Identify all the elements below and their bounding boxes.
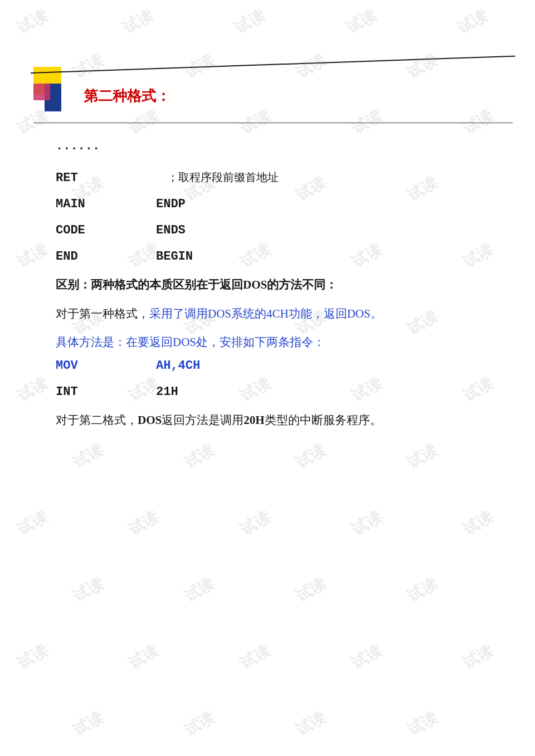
- diagonal-line: [31, 56, 515, 74]
- mov-line: MOV AH,4CH: [56, 359, 502, 373]
- end-keyword: END: [56, 250, 123, 264]
- code-ends-line: CODE ENDS: [56, 223, 502, 237]
- para2-middle: 返回方法是调用: [162, 413, 244, 427]
- int-operand: 21H: [156, 385, 178, 399]
- dos-bold: DOS: [138, 413, 162, 427]
- dots-line: ......: [56, 139, 502, 153]
- section-title: 第二种格式：: [84, 86, 171, 106]
- para1-line1: 对于第一种格式，采用了调用DOS系统的4CH功能，返回DOS。: [56, 305, 502, 324]
- h-line-bottom: [33, 123, 513, 123]
- end-begin-line: END BEGIN: [56, 250, 502, 264]
- ends-operand: ENDS: [156, 223, 186, 237]
- int-keyword: INT: [56, 385, 123, 399]
- distinction-title: 区别：两种格式的本质区别在于返回DOS的方法不同：: [56, 276, 502, 295]
- para1-blue: 采用了调用DOS系统的4CH功能，返回DOS。: [149, 307, 382, 320]
- main-keyword: MAIN: [56, 197, 123, 211]
- ret-comment: ；取程序段前缀首地址: [167, 170, 279, 185]
- ret-keyword: RET: [56, 171, 123, 185]
- para1-prefix: 对于第一种格式，: [56, 307, 149, 320]
- mov-operand: AH,4CH: [156, 359, 200, 373]
- int-line: INT 21H: [56, 385, 502, 399]
- decorative-graphic: [33, 67, 78, 111]
- endp-operand: ENDP: [156, 197, 186, 211]
- svg-rect-2: [33, 84, 50, 100]
- para2-prefix: 对于第二格式，: [56, 413, 138, 427]
- ret-line: RET ；取程序段前缀首地址: [56, 170, 502, 185]
- main-endp-line: MAIN ENDP: [56, 197, 502, 211]
- para1-line2: 具体方法是：在要返回DOS处，安排如下两条指令：: [56, 333, 502, 352]
- mov-keyword: MOV: [56, 359, 123, 373]
- 20h-bold: 20H: [244, 413, 264, 427]
- main-content: ...... RET ；取程序段前缀首地址 MAIN ENDP CODE END…: [56, 139, 502, 440]
- para2-suffix: 类型的中断服务程序。: [265, 413, 382, 427]
- para2-line: 对于第二格式，DOS返回方法是调用20H类型的中断服务程序。: [56, 411, 502, 430]
- begin-operand: BEGIN: [156, 250, 193, 264]
- code-keyword: CODE: [56, 223, 123, 237]
